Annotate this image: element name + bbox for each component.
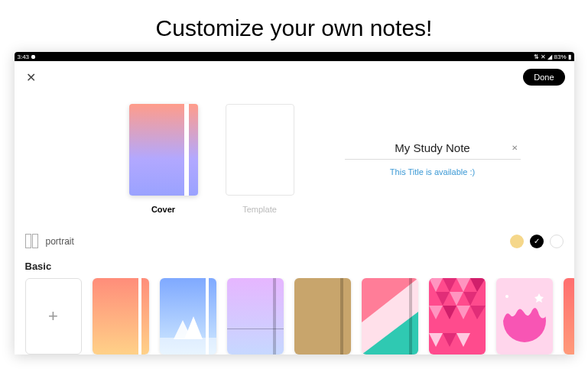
- section-basic-label: Basic: [15, 248, 574, 278]
- swatch-white[interactable]: [550, 235, 564, 248]
- swatch-black[interactable]: ✓: [530, 235, 544, 248]
- status-bar: 3:43 ⏺ ⇅ ✕ ◢ 83% ▮: [15, 52, 574, 61]
- add-cover-tile[interactable]: +: [25, 278, 82, 354]
- svg-marker-1: [184, 316, 203, 339]
- cover-tile-pastel[interactable]: [227, 278, 284, 354]
- cover-tile-mountain[interactable]: [160, 278, 216, 354]
- cover-preview-tab[interactable]: Cover: [129, 104, 198, 214]
- cover-tile-sunset[interactable]: [93, 278, 149, 354]
- clear-title-button[interactable]: ✕: [512, 144, 518, 152]
- check-icon: ✓: [534, 237, 540, 245]
- template-label: Template: [226, 205, 294, 214]
- geo-icon: [362, 278, 418, 354]
- title-block: My Study Note ✕ This Title is available …: [345, 141, 521, 176]
- cover-gallery: +: [15, 278, 574, 354]
- battery-icon: ▮: [568, 53, 571, 60]
- title-input[interactable]: My Study Note: [345, 141, 521, 154]
- cover-tile-drip[interactable]: [496, 278, 553, 354]
- drip-icon: [496, 278, 553, 354]
- status-time: 3:43: [18, 53, 30, 60]
- svg-point-24: [505, 295, 508, 298]
- page-title: Customize your own notes!: [0, 0, 588, 52]
- orientation-label: portrait: [46, 236, 74, 247]
- preview-section: Cover Template My Study Note ✕ This Titl…: [15, 93, 574, 214]
- cover-tile-coral[interactable]: [564, 278, 574, 354]
- cover-tile-kraft[interactable]: [294, 278, 351, 354]
- device-frame: 3:43 ⏺ ⇅ ✕ ◢ 83% ▮ ✕ Done Cover Template: [15, 52, 574, 354]
- battery-text: 83%: [554, 53, 566, 60]
- orientation-toggle[interactable]: portrait: [25, 234, 74, 248]
- triangles-icon: [429, 278, 486, 354]
- portrait-icon: [25, 234, 38, 248]
- cover-tile-geo[interactable]: [362, 278, 418, 354]
- template-preview-tab[interactable]: Template: [226, 104, 294, 214]
- title-availability: This Title is available :): [345, 167, 521, 176]
- options-row: portrait ✓: [15, 214, 574, 248]
- signal-icon: ◢: [547, 53, 552, 60]
- done-button[interactable]: Done: [523, 69, 564, 86]
- wifi-icon: ⇅ ✕: [534, 53, 546, 60]
- close-button[interactable]: ✕: [24, 70, 39, 85]
- user-icon: ⏺: [31, 53, 37, 60]
- svg-rect-6: [409, 278, 412, 354]
- cover-label: Cover: [129, 205, 198, 214]
- cover-tile-triangles[interactable]: [429, 278, 486, 354]
- cover-preview-thumb: [129, 104, 198, 196]
- toolbar: ✕ Done: [15, 61, 574, 93]
- template-preview-thumb: [226, 104, 294, 196]
- swatch-cream[interactable]: [510, 235, 524, 248]
- spine-color-swatches: ✓: [510, 235, 564, 248]
